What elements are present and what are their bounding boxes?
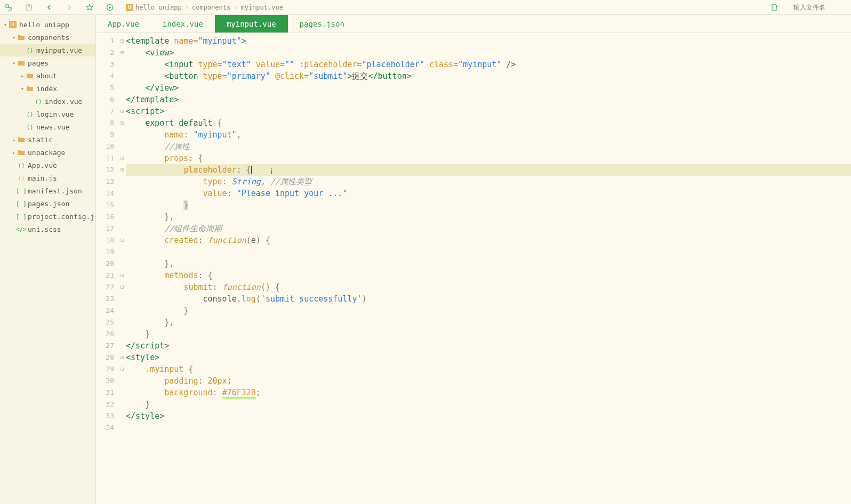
tree-label: manifest.json — [28, 187, 82, 195]
tree-file-index-vue[interactable]: ⟨⟩ index.vue — [0, 95, 95, 108]
chevron-down-icon[interactable]: ▾ — [2, 22, 9, 28]
tree-file-manifest[interactable]: [ ] manifest.json — [0, 184, 95, 197]
chevron-right-icon[interactable]: ▸ — [11, 150, 17, 156]
tree-label: myinput.vue — [36, 46, 82, 54]
new-file-icon[interactable] — [770, 3, 778, 12]
scss-file-icon: </> — [17, 225, 26, 233]
chevron-down-icon[interactable]: ▾ — [11, 35, 17, 40]
tree-file-app-vue[interactable]: ⟨⟩ App.vue — [0, 159, 95, 172]
breadcrumb-item[interactable]: components — [192, 4, 230, 11]
json-file-icon: [ ] — [17, 186, 26, 195]
chevron-right-icon: › — [185, 4, 189, 11]
chevron-down-icon[interactable]: ▾ — [11, 60, 17, 66]
project-icon: U — [9, 20, 17, 29]
tree-label: components — [28, 34, 69, 42]
line-numbers: 12345678910 11121314151617181920 2122232… — [96, 33, 118, 504]
tab-app-vue[interactable]: App.vue — [96, 15, 151, 32]
tree-label: App.vue — [28, 161, 57, 169]
code-content[interactable]: <template name="myinput"> <view> <input … — [126, 33, 851, 504]
tree-label: login.vue — [36, 110, 74, 118]
tree-label: hello uniapp — [19, 21, 69, 29]
tree-file-pages-json[interactable]: [ ] pages.json — [0, 197, 95, 210]
tree-label: about — [36, 72, 57, 80]
tab-pages-json[interactable]: pages.json — [288, 15, 356, 32]
project-icon: U — [126, 4, 133, 11]
vue-file-icon: ⟨⟩ — [34, 97, 43, 105]
folder-icon — [17, 148, 26, 157]
tree-label: uni.scss — [28, 225, 61, 233]
tree-file-news[interactable]: ⟨⟩ news.vue — [0, 120, 95, 133]
js-file-icon: ⟨⟩ — [17, 174, 26, 182]
chevron-right-icon: › — [234, 4, 237, 11]
tree-folder-index[interactable]: ▾ index — [0, 82, 95, 95]
tree-file-myinput[interactable]: ⟨⟩ myinput.vue — [0, 44, 95, 56]
menu-icon[interactable] — [4, 3, 13, 12]
filename-search-input[interactable] — [793, 4, 847, 11]
fold-gutter[interactable]: ⊟⊟⊟⊟ ⊟⊟⊟ ⊟⊟⊟⊟ — [118, 33, 126, 504]
vue-file-icon: ⟨⟩ — [26, 123, 34, 131]
breadcrumb-project[interactable]: U hello uniapp — [126, 4, 182, 11]
save-icon[interactable] — [25, 3, 33, 12]
tree-file-proj-cfg[interactable]: [ ] project.config.json — [0, 210, 95, 223]
json-file-icon: [ ] — [17, 212, 26, 221]
folder-icon — [26, 84, 34, 93]
breadcrumb-item[interactable]: myinput.vue — [240, 4, 283, 11]
tree-folder-about[interactable]: ▸ about — [0, 69, 95, 82]
editor-tabs: App.vue index.vue myinput.vue pages.json — [96, 15, 851, 33]
tree-folder-unpackage[interactable]: ▸ unpackage — [0, 146, 95, 159]
vue-file-icon: ⟨⟩ — [26, 110, 34, 118]
chevron-down-icon[interactable]: ▾ — [19, 86, 26, 92]
tree-file-uni-scss[interactable]: </> uni.scss — [0, 223, 95, 235]
folder-icon — [26, 71, 34, 80]
tree-project[interactable]: ▾ U hello uniapp — [0, 18, 95, 31]
tab-myinput-vue[interactable]: myinput.vue — [215, 15, 288, 32]
svg-rect-1 — [28, 5, 30, 6]
tree-folder-pages[interactable]: ▾ pages — [0, 56, 95, 69]
back-icon[interactable] — [45, 3, 53, 12]
vue-file-icon: ⟨⟩ — [26, 46, 34, 54]
toolbar: U hello uniapp › components › myinput.vu… — [0, 0, 851, 15]
tree-folder-static[interactable]: ▸ static — [0, 133, 95, 146]
tab-index-vue[interactable]: index.vue — [151, 15, 215, 32]
tree-file-main-js[interactable]: ⟨⟩ main.js — [0, 172, 95, 184]
tree-label: unpackage — [28, 149, 65, 157]
tree-file-login[interactable]: ⟨⟩ login.vue — [0, 108, 95, 120]
tree-label: index — [36, 85, 57, 93]
tree-label: main.js — [28, 174, 57, 182]
tree-label: project.config.json — [28, 213, 96, 221]
chevron-right-icon[interactable]: ▸ — [11, 137, 17, 143]
forward-icon[interactable] — [65, 3, 74, 12]
tree-label: pages — [28, 59, 49, 67]
file-explorer: ▾ U hello uniapp ▾ components ⟨⟩ myinput… — [0, 15, 96, 504]
breadcrumb: U hello uniapp › components › myinput.vu… — [126, 4, 283, 11]
star-icon[interactable] — [85, 3, 94, 12]
breadcrumb-label: hello uniapp — [135, 4, 182, 11]
vue-file-icon: ⟨⟩ — [17, 161, 26, 169]
text-cursor-icon: Ꭵ — [271, 166, 271, 174]
tree-label: news.vue — [36, 123, 70, 131]
run-icon[interactable] — [106, 3, 114, 12]
folder-icon — [17, 33, 26, 42]
tree-folder-components[interactable]: ▾ components — [0, 31, 95, 44]
code-editor[interactable]: 12345678910 11121314151617181920 2122232… — [96, 33, 851, 504]
tree-label: static — [28, 136, 53, 144]
folder-icon — [17, 135, 26, 144]
tree-label: pages.json — [28, 200, 69, 208]
chevron-right-icon[interactable]: ▸ — [19, 73, 26, 79]
tree-label: index.vue — [45, 97, 82, 105]
folder-icon — [17, 59, 26, 67]
json-file-icon: [ ] — [17, 199, 26, 208]
